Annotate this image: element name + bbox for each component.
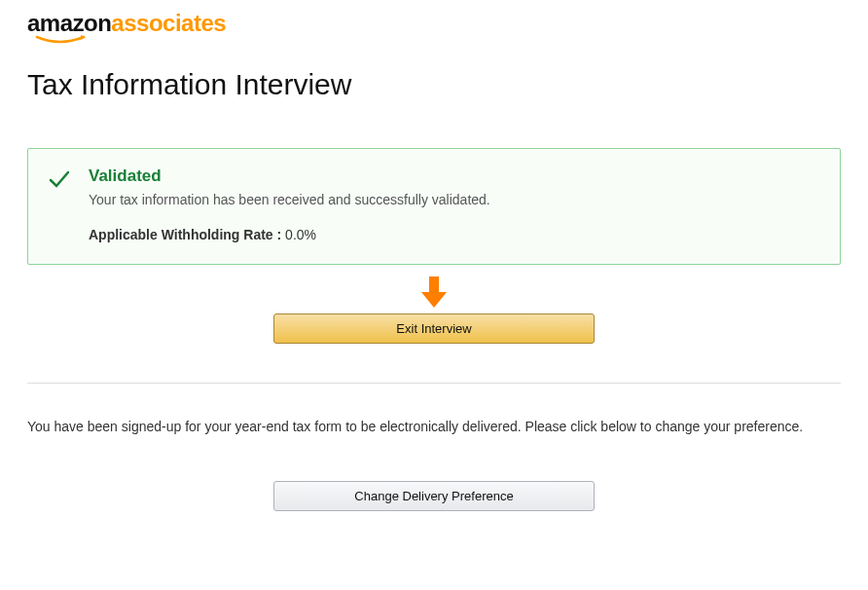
svg-rect-0 <box>429 277 439 294</box>
withholding-value: 0.0% <box>285 227 316 242</box>
checkmark-icon <box>48 168 71 194</box>
page-title: Tax Information Interview <box>27 68 841 101</box>
withholding-label: Applicable Withholding Rate : <box>89 227 285 242</box>
logo-brand-first: amazon <box>27 10 111 36</box>
logo-brand-second: associates <box>111 10 226 36</box>
section-divider <box>27 383 841 384</box>
withholding-rate: Applicable Withholding Rate : 0.0% <box>89 227 820 242</box>
arrow-down-icon <box>419 277 449 313</box>
validation-status-box: Validated Your tax information has been … <box>27 148 841 265</box>
amazon-associates-logo: amazonassociates <box>27 10 841 51</box>
status-title: Validated <box>89 166 820 186</box>
delivery-preference-message: You have been signed-up for your year-en… <box>27 419 841 434</box>
arrow-pointer <box>27 277 841 313</box>
status-content: Validated Your tax information has been … <box>89 166 820 242</box>
change-delivery-preference-button[interactable]: Change Delivery Preference <box>273 481 595 511</box>
status-message: Your tax information has been received a… <box>89 192 820 207</box>
exit-interview-button[interactable]: Exit Interview <box>273 313 595 344</box>
